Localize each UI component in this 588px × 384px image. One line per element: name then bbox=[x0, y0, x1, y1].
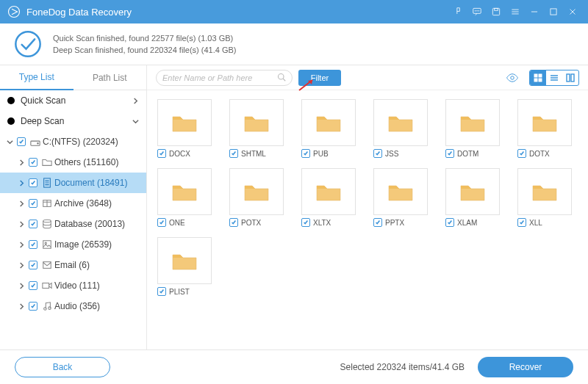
maximize-button[interactable] bbox=[544, 0, 563, 23]
checkbox[interactable] bbox=[301, 149, 310, 158]
grid-item-label: PUB bbox=[313, 150, 356, 158]
checkbox[interactable] bbox=[26, 178, 40, 187]
checkbox[interactable] bbox=[15, 137, 28, 146]
document-icon bbox=[40, 178, 54, 188]
svg-rect-27 bbox=[571, 74, 574, 81]
sidebar-item-archive[interactable]: Archive (3648) bbox=[0, 193, 146, 214]
deep-scan-node[interactable]: Deep Scan bbox=[0, 111, 146, 131]
minimize-button[interactable] bbox=[525, 0, 544, 23]
grid-item[interactable]: XLAM bbox=[445, 168, 500, 227]
checkbox[interactable] bbox=[301, 218, 310, 227]
tab-path-list[interactable]: Path List bbox=[74, 65, 147, 90]
checkbox[interactable] bbox=[445, 149, 454, 158]
grid-item[interactable]: PLIST bbox=[157, 237, 212, 296]
folder-icon bbox=[373, 99, 428, 146]
chevron-right-icon bbox=[16, 221, 26, 228]
recover-button[interactable]: Recover bbox=[478, 357, 573, 377]
checkbox[interactable] bbox=[517, 149, 526, 158]
tab-type-list[interactable]: Type List bbox=[0, 65, 74, 90]
chevron-down-icon bbox=[4, 139, 15, 145]
toolbar: Enter Name or Path here Filter bbox=[147, 65, 588, 90]
view-detail-button[interactable] bbox=[562, 70, 578, 85]
grid-item[interactable]: JSS bbox=[373, 99, 428, 158]
view-grid-button[interactable] bbox=[530, 70, 546, 85]
folder-icon bbox=[445, 99, 500, 146]
checkbox[interactable] bbox=[445, 218, 454, 227]
checkbox[interactable] bbox=[26, 240, 40, 249]
deep-scan-summary: Deep Scan finished, found 220324 file(s)… bbox=[53, 44, 236, 56]
grid-item[interactable]: SHTML bbox=[229, 99, 284, 158]
grid-item[interactable]: DOCX bbox=[157, 99, 212, 158]
checkbox[interactable] bbox=[157, 218, 166, 227]
checkbox[interactable] bbox=[373, 218, 382, 227]
svg-point-2 bbox=[475, 10, 476, 11]
email-icon bbox=[40, 260, 54, 270]
menu-button[interactable] bbox=[506, 0, 525, 23]
svg-rect-7 bbox=[551, 9, 556, 15]
checkbox[interactable] bbox=[157, 149, 166, 158]
svg-rect-26 bbox=[567, 74, 570, 81]
checkbox[interactable] bbox=[26, 220, 40, 228]
folder-icon bbox=[301, 99, 356, 146]
selection-summary: Selected 220324 items/41.4 GB bbox=[340, 362, 465, 372]
chevron-right-icon bbox=[16, 283, 26, 289]
filter-button[interactable]: Filter bbox=[298, 70, 341, 86]
checkbox[interactable] bbox=[26, 281, 40, 290]
category-tree: Quick Scan Deep Scan C:(NTFS) (220324) O… bbox=[0, 90, 146, 349]
sidebar-item-image[interactable]: Image (26539) bbox=[0, 234, 146, 255]
grid-item-label: PLIST bbox=[169, 288, 212, 296]
grid-item[interactable]: PUB bbox=[301, 99, 356, 158]
grid-item-label: SHTML bbox=[241, 150, 284, 158]
view-list-button[interactable] bbox=[546, 70, 562, 85]
checkbox[interactable] bbox=[373, 149, 382, 158]
sidebar-item-database[interactable]: Database (20013) bbox=[0, 214, 146, 234]
grid-item-label: JSS bbox=[385, 150, 428, 158]
sidebar-item-label: Video (111) bbox=[54, 280, 140, 291]
checkbox[interactable] bbox=[229, 149, 238, 158]
archive-icon bbox=[40, 198, 54, 209]
sidebar-item-document[interactable]: Document (18491) bbox=[0, 173, 146, 193]
grid-item[interactable]: XLL bbox=[517, 168, 572, 227]
grid-item[interactable]: POTX bbox=[229, 168, 284, 227]
svg-point-20 bbox=[279, 73, 284, 79]
checkbox[interactable] bbox=[26, 302, 40, 311]
feedback-button[interactable] bbox=[467, 0, 487, 23]
checkbox[interactable] bbox=[229, 218, 238, 227]
svg-point-10 bbox=[37, 142, 38, 143]
checkbox[interactable] bbox=[26, 261, 40, 269]
grid-item[interactable]: XLTX bbox=[301, 168, 356, 227]
close-button[interactable] bbox=[563, 0, 582, 23]
folder-icon bbox=[157, 237, 212, 284]
grid-item[interactable]: ONE bbox=[157, 168, 212, 227]
search-input[interactable]: Enter Name or Path here bbox=[156, 70, 293, 86]
sidebar-item-label: Others (151160) bbox=[54, 157, 140, 167]
sidebar-item-folder[interactable]: Others (151160) bbox=[0, 152, 146, 173]
audio-icon bbox=[40, 301, 54, 311]
sidebar-item-label: Audio (356) bbox=[54, 301, 140, 311]
chevron-right-icon bbox=[16, 159, 26, 166]
footer: Back Selected 220324 items/41.4 GB Recov… bbox=[0, 349, 588, 383]
quick-scan-node[interactable]: Quick Scan bbox=[0, 90, 146, 111]
drive-node[interactable]: C:(NTFS) (220324) bbox=[0, 131, 146, 152]
checkbox[interactable] bbox=[517, 218, 526, 227]
chevron-right-icon bbox=[16, 262, 26, 269]
sidebar-item-email[interactable]: Email (6) bbox=[0, 255, 146, 275]
preview-button[interactable] bbox=[506, 70, 519, 86]
folder-icon bbox=[373, 168, 428, 215]
checkbox[interactable] bbox=[26, 158, 40, 167]
share-button[interactable] bbox=[448, 0, 467, 23]
grid-item[interactable]: DOTX bbox=[517, 99, 572, 158]
checkbox[interactable] bbox=[157, 287, 166, 296]
svg-rect-16 bbox=[43, 262, 51, 269]
view-mode-group bbox=[529, 70, 579, 86]
checkbox[interactable] bbox=[26, 199, 40, 208]
titlebar: FoneDog Data Recovery bbox=[0, 0, 588, 23]
grid-item-label: XLL bbox=[529, 219, 572, 227]
svg-rect-25 bbox=[539, 79, 542, 81]
save-button[interactable] bbox=[487, 0, 506, 23]
sidebar-item-audio[interactable]: Audio (356) bbox=[0, 296, 146, 316]
sidebar-item-video[interactable]: Video (111) bbox=[0, 275, 146, 296]
grid-item[interactable]: PPTX bbox=[373, 168, 428, 227]
back-button[interactable]: Back bbox=[15, 357, 110, 377]
grid-item[interactable]: DOTM bbox=[445, 99, 500, 158]
